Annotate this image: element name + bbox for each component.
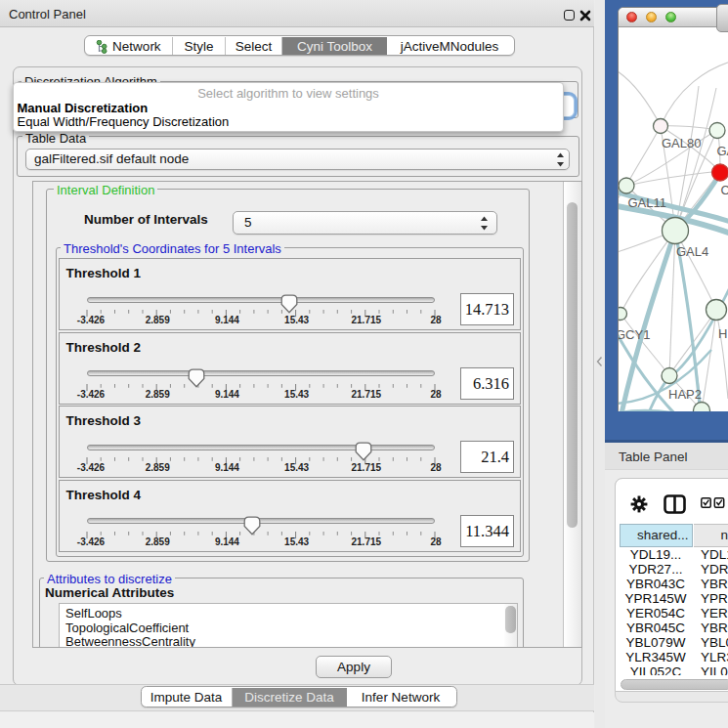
svg-text:GAL4: GAL4 [676,244,708,259]
svg-text:GAL11: GAL11 [628,195,667,210]
svg-text:C: C [721,183,728,197]
svg-text:HIS: HIS [718,326,728,341]
svg-text:GAL...: GAL... [717,144,728,158]
svg-text:GAL80: GAL80 [662,136,701,150]
svg-text:HAP2: HAP2 [668,387,702,402]
svg-text:GCY1: GCY1 [619,327,650,342]
